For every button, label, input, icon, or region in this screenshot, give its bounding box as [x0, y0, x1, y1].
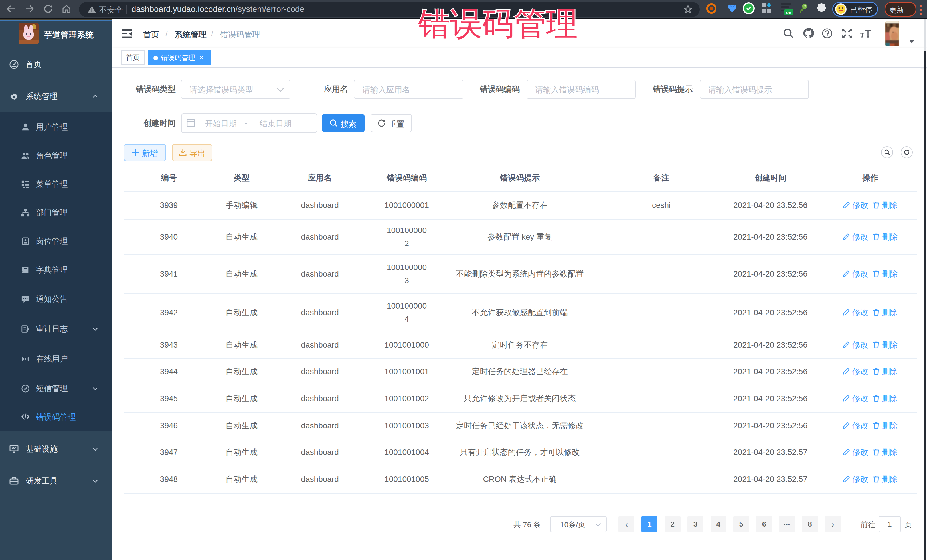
svg-text:错误码管理: 错误码管理 [418, 6, 578, 42]
svg-text:on: on [786, 10, 791, 15]
